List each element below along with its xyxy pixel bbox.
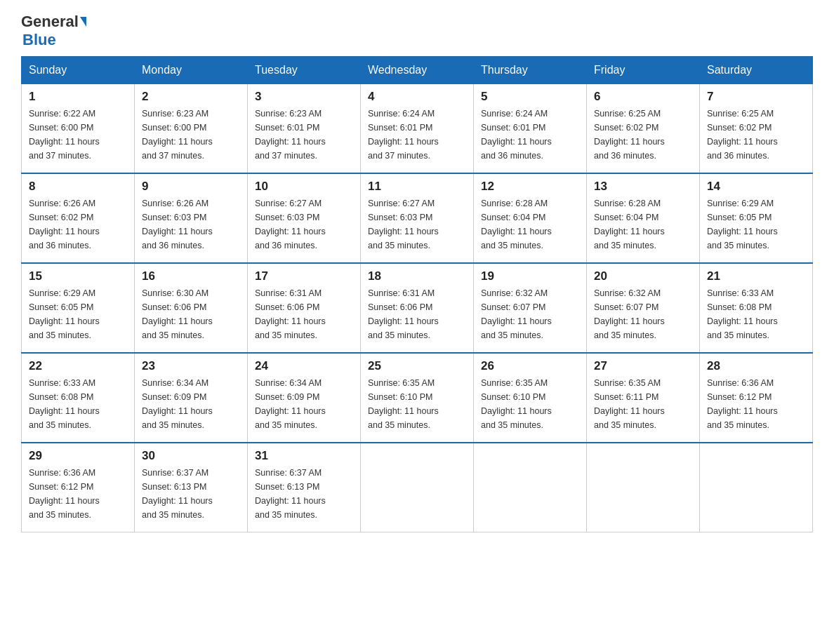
day-number: 7 bbox=[707, 90, 805, 104]
calendar-cell: 26 Sunrise: 6:35 AM Sunset: 6:10 PM Dayl… bbox=[474, 353, 587, 443]
day-number: 28 bbox=[707, 359, 805, 373]
calendar-cell: 23 Sunrise: 6:34 AM Sunset: 6:09 PM Dayl… bbox=[135, 353, 248, 443]
page-header: General Blue bbox=[21, 14, 813, 49]
day-info: Sunrise: 6:24 AM Sunset: 6:01 PM Dayligh… bbox=[481, 107, 579, 163]
day-info: Sunrise: 6:32 AM Sunset: 6:07 PM Dayligh… bbox=[481, 286, 579, 342]
day-info: Sunrise: 6:37 AM Sunset: 6:13 PM Dayligh… bbox=[142, 466, 240, 522]
calendar-cell bbox=[700, 443, 813, 532]
day-header-wednesday: Wednesday bbox=[361, 57, 474, 84]
day-number: 5 bbox=[481, 90, 579, 104]
calendar-cell: 7 Sunrise: 6:25 AM Sunset: 6:02 PM Dayli… bbox=[700, 84, 813, 174]
day-number: 25 bbox=[368, 359, 466, 373]
day-number: 21 bbox=[707, 269, 805, 283]
day-number: 19 bbox=[481, 269, 579, 283]
calendar-cell: 24 Sunrise: 6:34 AM Sunset: 6:09 PM Dayl… bbox=[248, 353, 361, 443]
day-number: 31 bbox=[255, 449, 353, 463]
calendar-cell: 16 Sunrise: 6:30 AM Sunset: 6:06 PM Dayl… bbox=[135, 263, 248, 353]
day-info: Sunrise: 6:36 AM Sunset: 6:12 PM Dayligh… bbox=[707, 376, 805, 432]
day-header-thursday: Thursday bbox=[474, 57, 587, 84]
calendar-cell: 14 Sunrise: 6:29 AM Sunset: 6:05 PM Dayl… bbox=[700, 173, 813, 263]
day-number: 24 bbox=[255, 359, 353, 373]
calendar-cell: 4 Sunrise: 6:24 AM Sunset: 6:01 PM Dayli… bbox=[361, 84, 474, 174]
calendar-cell: 2 Sunrise: 6:23 AM Sunset: 6:00 PM Dayli… bbox=[135, 84, 248, 174]
day-number: 4 bbox=[368, 90, 466, 104]
calendar-cell: 6 Sunrise: 6:25 AM Sunset: 6:02 PM Dayli… bbox=[587, 84, 700, 174]
day-number: 11 bbox=[368, 180, 466, 194]
calendar-cell: 12 Sunrise: 6:28 AM Sunset: 6:04 PM Dayl… bbox=[474, 173, 587, 263]
day-info: Sunrise: 6:23 AM Sunset: 6:01 PM Dayligh… bbox=[255, 107, 353, 163]
calendar-cell bbox=[361, 443, 474, 532]
day-info: Sunrise: 6:29 AM Sunset: 6:05 PM Dayligh… bbox=[29, 286, 127, 342]
day-info: Sunrise: 6:27 AM Sunset: 6:03 PM Dayligh… bbox=[368, 196, 466, 253]
calendar-cell: 20 Sunrise: 6:32 AM Sunset: 6:07 PM Dayl… bbox=[587, 263, 700, 353]
calendar-cell: 18 Sunrise: 6:31 AM Sunset: 6:06 PM Dayl… bbox=[361, 263, 474, 353]
day-info: Sunrise: 6:33 AM Sunset: 6:08 PM Dayligh… bbox=[29, 376, 127, 432]
calendar-cell: 22 Sunrise: 6:33 AM Sunset: 6:08 PM Dayl… bbox=[22, 353, 135, 443]
day-number: 2 bbox=[142, 90, 240, 104]
day-info: Sunrise: 6:26 AM Sunset: 6:03 PM Dayligh… bbox=[142, 196, 240, 253]
day-number: 6 bbox=[594, 90, 692, 104]
day-number: 3 bbox=[255, 90, 353, 104]
day-info: Sunrise: 6:36 AM Sunset: 6:12 PM Dayligh… bbox=[29, 466, 127, 522]
day-info: Sunrise: 6:28 AM Sunset: 6:04 PM Dayligh… bbox=[481, 196, 579, 253]
day-info: Sunrise: 6:25 AM Sunset: 6:02 PM Dayligh… bbox=[707, 107, 805, 163]
calendar-cell: 15 Sunrise: 6:29 AM Sunset: 6:05 PM Dayl… bbox=[22, 263, 135, 353]
calendar-cell: 13 Sunrise: 6:28 AM Sunset: 6:04 PM Dayl… bbox=[587, 173, 700, 263]
day-info: Sunrise: 6:34 AM Sunset: 6:09 PM Dayligh… bbox=[255, 376, 353, 432]
calendar-cell: 30 Sunrise: 6:37 AM Sunset: 6:13 PM Dayl… bbox=[135, 443, 248, 532]
calendar-cell: 25 Sunrise: 6:35 AM Sunset: 6:10 PM Dayl… bbox=[361, 353, 474, 443]
day-number: 22 bbox=[29, 359, 127, 373]
logo-general: General bbox=[21, 14, 79, 29]
day-header-sunday: Sunday bbox=[22, 57, 135, 84]
day-number: 13 bbox=[594, 180, 692, 194]
calendar-cell: 5 Sunrise: 6:24 AM Sunset: 6:01 PM Dayli… bbox=[474, 84, 587, 174]
calendar-cell: 8 Sunrise: 6:26 AM Sunset: 6:02 PM Dayli… bbox=[22, 173, 135, 263]
day-number: 1 bbox=[29, 90, 127, 104]
day-info: Sunrise: 6:35 AM Sunset: 6:10 PM Dayligh… bbox=[368, 376, 466, 432]
day-info: Sunrise: 6:37 AM Sunset: 6:13 PM Dayligh… bbox=[255, 466, 353, 522]
week-row-2: 8 Sunrise: 6:26 AM Sunset: 6:02 PM Dayli… bbox=[22, 173, 813, 263]
week-row-3: 15 Sunrise: 6:29 AM Sunset: 6:05 PM Dayl… bbox=[22, 263, 813, 353]
day-info: Sunrise: 6:24 AM Sunset: 6:01 PM Dayligh… bbox=[368, 107, 466, 163]
logo-triangle-icon bbox=[80, 17, 86, 27]
week-row-4: 22 Sunrise: 6:33 AM Sunset: 6:08 PM Dayl… bbox=[22, 353, 813, 443]
day-info: Sunrise: 6:33 AM Sunset: 6:08 PM Dayligh… bbox=[707, 286, 805, 342]
day-info: Sunrise: 6:31 AM Sunset: 6:06 PM Dayligh… bbox=[368, 286, 466, 342]
day-number: 16 bbox=[142, 269, 240, 283]
calendar-table: SundayMondayTuesdayWednesdayThursdayFrid… bbox=[21, 56, 813, 532]
calendar-cell: 21 Sunrise: 6:33 AM Sunset: 6:08 PM Dayl… bbox=[700, 263, 813, 353]
day-header-tuesday: Tuesday bbox=[248, 57, 361, 84]
day-info: Sunrise: 6:26 AM Sunset: 6:02 PM Dayligh… bbox=[29, 196, 127, 253]
day-number: 12 bbox=[481, 180, 579, 194]
calendar-cell: 10 Sunrise: 6:27 AM Sunset: 6:03 PM Dayl… bbox=[248, 173, 361, 263]
day-number: 14 bbox=[707, 180, 805, 194]
logo-blue: Blue bbox=[21, 31, 56, 49]
calendar-cell: 19 Sunrise: 6:32 AM Sunset: 6:07 PM Dayl… bbox=[474, 263, 587, 353]
day-info: Sunrise: 6:31 AM Sunset: 6:06 PM Dayligh… bbox=[255, 286, 353, 342]
day-header-saturday: Saturday bbox=[700, 57, 813, 84]
day-number: 8 bbox=[29, 180, 127, 194]
week-row-5: 29 Sunrise: 6:36 AM Sunset: 6:12 PM Dayl… bbox=[22, 443, 813, 532]
day-header-friday: Friday bbox=[587, 57, 700, 84]
day-info: Sunrise: 6:28 AM Sunset: 6:04 PM Dayligh… bbox=[594, 196, 692, 253]
day-info: Sunrise: 6:32 AM Sunset: 6:07 PM Dayligh… bbox=[594, 286, 692, 342]
day-info: Sunrise: 6:25 AM Sunset: 6:02 PM Dayligh… bbox=[594, 107, 692, 163]
day-info: Sunrise: 6:30 AM Sunset: 6:06 PM Dayligh… bbox=[142, 286, 240, 342]
day-info: Sunrise: 6:22 AM Sunset: 6:00 PM Dayligh… bbox=[29, 107, 127, 163]
days-of-week-row: SundayMondayTuesdayWednesdayThursdayFrid… bbox=[22, 57, 813, 84]
day-info: Sunrise: 6:35 AM Sunset: 6:10 PM Dayligh… bbox=[481, 376, 579, 432]
logo: General Blue bbox=[21, 14, 86, 49]
day-info: Sunrise: 6:23 AM Sunset: 6:00 PM Dayligh… bbox=[142, 107, 240, 163]
day-number: 23 bbox=[142, 359, 240, 373]
week-row-1: 1 Sunrise: 6:22 AM Sunset: 6:00 PM Dayli… bbox=[22, 84, 813, 174]
day-number: 10 bbox=[255, 180, 353, 194]
calendar-cell: 27 Sunrise: 6:35 AM Sunset: 6:11 PM Dayl… bbox=[587, 353, 700, 443]
day-number: 9 bbox=[142, 180, 240, 194]
day-info: Sunrise: 6:34 AM Sunset: 6:09 PM Dayligh… bbox=[142, 376, 240, 432]
day-info: Sunrise: 6:29 AM Sunset: 6:05 PM Dayligh… bbox=[707, 196, 805, 253]
calendar-cell bbox=[587, 443, 700, 532]
calendar-cell: 29 Sunrise: 6:36 AM Sunset: 6:12 PM Dayl… bbox=[22, 443, 135, 532]
calendar-cell: 28 Sunrise: 6:36 AM Sunset: 6:12 PM Dayl… bbox=[700, 353, 813, 443]
calendar-cell: 3 Sunrise: 6:23 AM Sunset: 6:01 PM Dayli… bbox=[248, 84, 361, 174]
calendar-cell bbox=[474, 443, 587, 532]
